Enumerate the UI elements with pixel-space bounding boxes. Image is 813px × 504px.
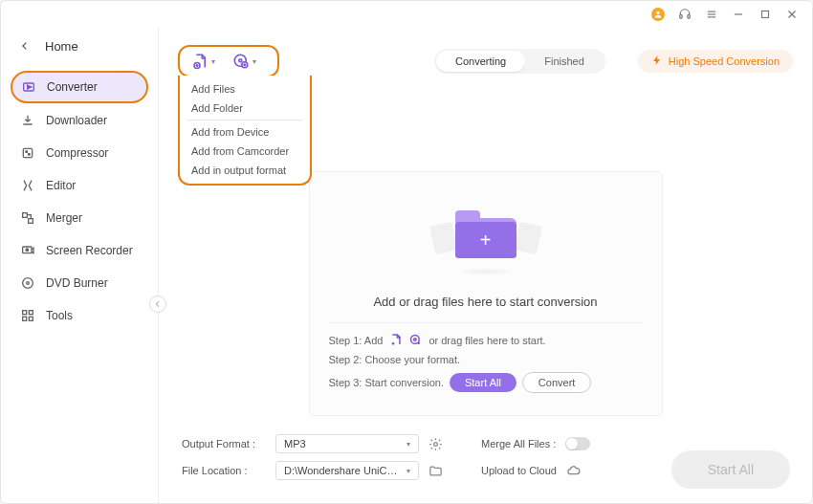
svg-rect-22 — [29, 317, 33, 320]
merge-toggle[interactable] — [565, 437, 590, 450]
drop-area[interactable]: + Add or drag files here to start conver… — [309, 171, 663, 416]
merge-label: Merge All Files : — [481, 438, 556, 449]
download-icon — [20, 113, 35, 128]
sidebar-item-label: Screen Recorder — [46, 244, 133, 257]
drop-main-text: Add or drag files here to start conversi… — [329, 295, 643, 309]
sidebar-item-editor[interactable]: Editor — [11, 170, 148, 201]
nav-list: Converter Downloader Compressor Editor M… — [1, 67, 158, 337]
output-format-select[interactable]: MP3 ▾ — [275, 434, 419, 453]
menu-icon[interactable] — [705, 8, 718, 21]
sidebar-item-label: Tools — [46, 309, 73, 322]
svg-rect-7 — [762, 11, 769, 18]
app-body: Home Converter Downloader Compressor Ed — [1, 28, 812, 503]
add-file-icon — [388, 333, 403, 347]
folder-icon[interactable] — [428, 464, 443, 478]
compressor-icon — [20, 145, 35, 161]
tab-switch: Converting Finished — [434, 49, 605, 74]
sidebar-item-compressor[interactable]: Compressor — [11, 138, 148, 168]
svg-rect-13 — [23, 213, 28, 218]
output-format-label: Output Format : — [182, 438, 266, 449]
dropdown-separator — [187, 120, 302, 121]
svg-rect-14 — [29, 219, 33, 224]
step1-suffix: or drag files here to start. — [428, 335, 545, 346]
file-location-select[interactable]: D:\Wondershare UniConverter 1 ▾ — [275, 461, 419, 480]
titlebar — [1, 1, 812, 28]
sidebar-item-converter[interactable]: Converter — [11, 71, 148, 103]
dropdown-item-add-output[interactable]: Add in output format — [180, 161, 310, 180]
step-3: Step 3: Start conversion. Start All Conv… — [329, 372, 643, 393]
sidebar-item-label: Converter — [47, 80, 98, 94]
step2-text: Step 2: Choose your format. — [329, 354, 461, 365]
step-1: Step 1: Add or drag files here to start. — [329, 333, 643, 347]
step-2: Step 2: Choose your format. — [329, 354, 643, 365]
settings-icon[interactable] — [428, 437, 443, 451]
close-button[interactable] — [785, 8, 799, 21]
step1-prefix: Step 1: Add — [329, 335, 384, 346]
add-dvd-icon — [408, 333, 423, 347]
svg-point-17 — [23, 278, 33, 289]
home-label: Home — [45, 39, 78, 54]
start-all-mini-button[interactable]: Start All — [450, 373, 516, 392]
sidebar-item-merger[interactable]: Merger — [11, 203, 148, 233]
lightning-icon — [651, 55, 663, 68]
file-location-label: File Location : — [182, 465, 266, 476]
svg-point-16 — [26, 249, 29, 252]
main-panel: ▾ ▾ Add Files Add Folder Add from Device… — [159, 28, 812, 503]
add-file-button[interactable]: ▾ — [191, 53, 215, 70]
sidebar-item-tools[interactable]: Tools — [11, 300, 148, 331]
svg-point-18 — [27, 282, 30, 285]
merger-icon — [20, 210, 35, 226]
svg-point-0 — [656, 11, 659, 14]
step3-text: Step 3: Start conversion. — [329, 377, 444, 388]
sidebar-collapse-button[interactable] — [149, 296, 166, 313]
sidebar-item-dvd-burner[interactable]: DVD Burner — [11, 268, 148, 298]
sidebar-item-screen-recorder[interactable]: Screen Recorder — [11, 235, 148, 266]
tab-finished[interactable]: Finished — [525, 51, 604, 72]
sidebar-item-label: Editor — [46, 179, 76, 192]
app-window: Home Converter Downloader Compressor Ed — [0, 0, 813, 504]
minimize-button[interactable] — [732, 8, 745, 21]
chevron-down-icon: ▾ — [406, 467, 410, 475]
converter-icon — [21, 79, 36, 95]
file-location-value: D:\Wondershare UniConverter 1 — [284, 465, 399, 476]
start-all-button[interactable]: Start All — [671, 450, 790, 489]
svg-marker-11 — [28, 85, 32, 89]
screen-recorder-icon — [20, 243, 35, 258]
svg-rect-20 — [29, 311, 33, 315]
back-icon[interactable] — [20, 39, 30, 54]
sidebar-item-downloader[interactable]: Downloader — [11, 105, 148, 136]
sidebar-item-label: DVD Burner — [46, 276, 108, 290]
high-speed-conversion-button[interactable]: High Speed Conversion — [638, 50, 793, 73]
dropdown-item-add-folder[interactable]: Add Folder — [180, 99, 310, 118]
chevron-down-icon: ▾ — [211, 57, 215, 66]
dropdown-item-add-files[interactable]: Add Files — [180, 79, 310, 99]
editor-icon — [20, 178, 35, 193]
headset-icon[interactable] — [678, 8, 692, 21]
chevron-down-icon: ▾ — [406, 440, 410, 449]
sidebar-item-label: Merger — [46, 211, 82, 225]
dvd-icon — [20, 275, 35, 291]
drop-illustration: + — [329, 193, 643, 279]
sidebar-item-label: Compressor — [46, 146, 108, 160]
svg-point-28 — [414, 339, 417, 341]
maximize-button[interactable] — [758, 8, 772, 21]
tab-converting[interactable]: Converting — [436, 51, 525, 72]
svg-rect-12 — [23, 148, 32, 157]
dropdown-item-add-device[interactable]: Add from Device — [180, 122, 310, 142]
upload-cloud-label: Upload to Cloud — [481, 465, 557, 476]
svg-point-25 — [239, 59, 242, 62]
topbar: ▾ ▾ Add Files Add Folder Add from Device… — [178, 28, 793, 87]
svg-rect-2 — [688, 15, 690, 18]
convert-mini-button[interactable]: Convert — [522, 372, 592, 393]
svg-point-29 — [434, 442, 438, 446]
svg-rect-1 — [680, 15, 682, 18]
chevron-down-icon: ▾ — [253, 57, 256, 66]
add-dvd-button[interactable]: ▾ — [232, 53, 256, 70]
sidebar: Home Converter Downloader Compressor Ed — [1, 28, 159, 503]
dropdown-item-add-camcorder[interactable]: Add from Camcorder — [180, 142, 310, 161]
cloud-icon[interactable] — [566, 464, 581, 478]
add-button-group: ▾ ▾ Add Files Add Folder Add from Device… — [178, 45, 279, 77]
user-avatar-icon[interactable] — [651, 8, 665, 21]
steps: Step 1: Add or drag files here to start.… — [329, 322, 643, 393]
home-row[interactable]: Home — [1, 28, 158, 67]
